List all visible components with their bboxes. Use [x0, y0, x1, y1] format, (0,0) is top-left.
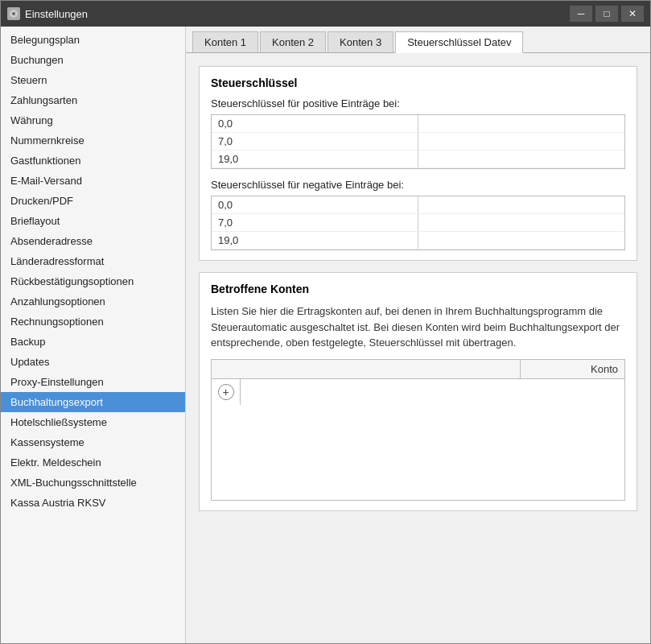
konto-column-header: Konto — [520, 360, 624, 378]
sidebar-item[interactable]: Währung — [1, 110, 185, 130]
table-row: 7,0 — [212, 214, 624, 232]
sidebar-item[interactable]: Länderadressformat — [1, 251, 185, 271]
main-content: Konten 1Konten 2Konten 3Steuerschlüssel … — [186, 27, 650, 643]
konto-rows — [241, 379, 624, 500]
sidebar-item[interactable]: Kassa Austria RKSV — [1, 493, 185, 513]
sidebar-item[interactable]: Drucken/PDF — [1, 191, 185, 211]
steuerschluessel-title: Steuerschlüssel — [211, 76, 625, 89]
sidebar-item[interactable]: Steuern — [1, 70, 185, 90]
table-row: 19,0 — [212, 151, 624, 168]
sidebar-item[interactable]: Zahlungsarten — [1, 90, 185, 110]
sidebar-item[interactable]: Gastfunktionen — [1, 151, 185, 171]
table-row: 19,0 — [212, 232, 624, 250]
main-window: Einstellungen ─ □ ✕ BelegungsplanBuchung… — [0, 0, 651, 644]
maximize-button[interactable]: □ — [595, 6, 618, 22]
positive-table: 0,07,019,0 — [212, 115, 624, 168]
sidebar-item[interactable]: Kassensysteme — [1, 432, 185, 452]
add-konto-button[interactable]: + — [218, 384, 234, 400]
app-icon — [7, 7, 20, 20]
sidebar-item[interactable]: XML-Buchungsschnittstelle — [1, 473, 185, 493]
title-bar: Einstellungen ─ □ ✕ — [1, 1, 650, 27]
window-controls: ─ □ ✕ — [570, 6, 644, 22]
positive-label: Steuerschlüssel für positive Einträge be… — [211, 97, 625, 109]
sidebar-item[interactable]: Proxy-Einstellungen — [1, 372, 185, 392]
sidebar: BelegungsplanBuchungenSteuernZahlungsart… — [1, 27, 186, 643]
sidebar-item[interactable]: Absenderadresse — [1, 231, 185, 251]
sidebar-item[interactable]: Buchhaltungsexport — [1, 392, 185, 412]
betroffene-description: Listen Sie hier die Ertragskonten auf, b… — [211, 303, 625, 351]
sidebar-item[interactable]: Belegungsplan — [1, 30, 185, 50]
tab-konten-1[interactable]: Konten 1 — [192, 31, 258, 52]
tab-steuerschlüssel-datev[interactable]: Steuerschlüssel Datev — [395, 31, 523, 53]
title-bar-left: Einstellungen — [7, 7, 88, 20]
sidebar-item[interactable]: Anzahlungsoptionen — [1, 291, 185, 312]
close-button[interactable]: ✕ — [621, 6, 644, 22]
konto-header: Konto — [212, 360, 624, 379]
minimize-button[interactable]: ─ — [570, 6, 592, 22]
sidebar-item[interactable]: Hotelschließsysteme — [1, 412, 185, 432]
betroffene-konten-title: Betroffene Konten — [211, 283, 625, 295]
table-row: 0,0 — [212, 196, 624, 214]
sidebar-item[interactable]: Buchungen — [1, 50, 185, 70]
sidebar-item[interactable]: Backup — [1, 332, 185, 352]
sidebar-item[interactable]: Brieflayout — [1, 211, 185, 231]
konto-table-wrapper: Konto + — [211, 359, 625, 501]
window-title: Einstellungen — [25, 8, 88, 20]
negative-label: Steuerschlüssel für negative Einträge be… — [211, 179, 625, 191]
negative-table: 0,07,019,0 — [212, 196, 624, 250]
tab-konten-2[interactable]: Konten 2 — [260, 31, 326, 52]
negative-table-wrapper: 0,07,019,0 — [211, 196, 625, 250]
content-area: BelegungsplanBuchungenSteuernZahlungsart… — [1, 27, 650, 643]
sidebar-item[interactable]: Updates — [1, 352, 185, 372]
positive-table-wrapper: 0,07,019,0 — [211, 114, 625, 169]
sidebar-item[interactable]: Nummernkreise — [1, 130, 185, 151]
tabs-bar: Konten 1Konten 2Konten 3Steuerschlüssel … — [186, 27, 650, 53]
table-row: 0,0 — [212, 115, 624, 133]
table-row: 7,0 — [212, 133, 624, 151]
konto-body: + — [212, 379, 624, 500]
betroffene-konten-section: Betroffene Konten Listen Sie hier die Er… — [199, 272, 637, 511]
tab-konten-3[interactable]: Konten 3 — [328, 31, 393, 52]
sidebar-item[interactable]: Rückbestätigungsoptionen — [1, 271, 185, 291]
steuerschluessel-section: Steuerschlüssel Steuerschlüssel für posi… — [199, 66, 637, 261]
svg-point-1 — [12, 12, 15, 15]
panel: Steuerschlüssel Steuerschlüssel für posi… — [186, 53, 650, 643]
sidebar-item[interactable]: Elektr. Meldeschein — [1, 452, 185, 473]
sidebar-item[interactable]: Rechnungsoptionen — [1, 312, 185, 332]
konto-header-left — [212, 360, 520, 378]
sidebar-item[interactable]: E-Mail-Versand — [1, 171, 185, 191]
konto-add-area: + — [212, 379, 241, 405]
